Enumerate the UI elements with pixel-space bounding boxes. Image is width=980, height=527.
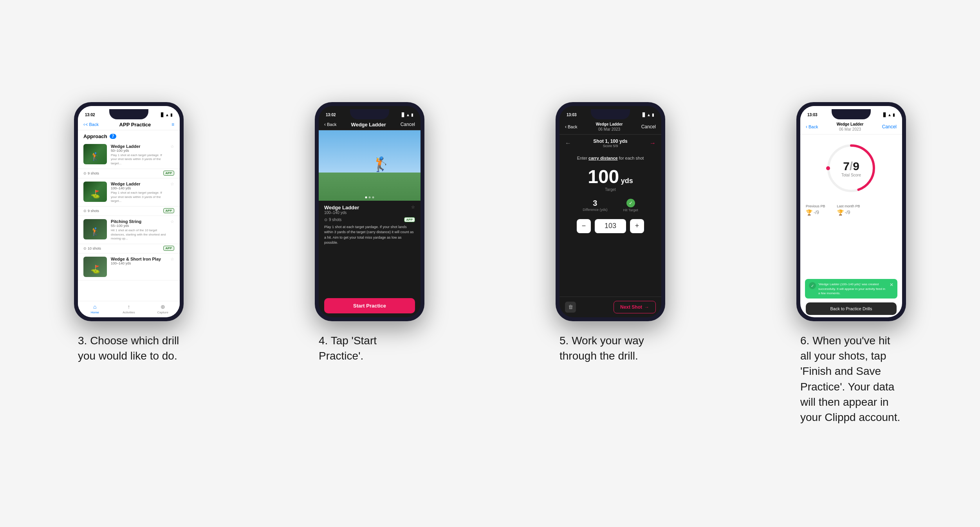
status-icons-1: ▊ ▲ ▮ [161,113,173,117]
caption-3: 5. Work your way through the drill. [559,333,661,363]
next-shot-label: Next Shot [620,304,642,310]
back-label-3: Back [568,124,577,129]
hit-target-label: Hit Target [623,208,638,212]
nav-cancel-3[interactable]: Cancel [641,124,656,130]
phone-frame-1: 13:02 ▊ ▲ ▮ ‹ < Back APP Practice ≡ [74,102,184,321]
tab-capture[interactable]: ⊕ Capture [146,304,180,314]
drill-desc-2: Play 1 shot at each target yardage. If y… [111,191,166,203]
trash-icon[interactable]: 🗑 [565,302,576,313]
nav-menu-1[interactable]: ≡ [171,122,174,127]
next-arrow[interactable]: → [650,140,656,147]
nav-title-line1-4: Wedge Ladder [837,122,864,127]
trophy-icon-1: 🏆 [806,209,812,216]
increment-button[interactable]: + [630,219,644,233]
back-chevron-4: ‹ [806,124,807,130]
pb-previous-label: Previous PB [806,204,825,208]
tab-home-label: Home [91,311,99,314]
pb-previous-value: 🏆 -/9 [806,209,825,216]
phone-notch-1 [109,109,148,119]
back-to-practice-drills-button[interactable]: Back to Practice Drills [806,302,897,315]
status-icons-2: ▊ ▲ ▮ [402,113,413,117]
score-total: 9 [853,159,859,172]
drill-yards-1: 50–100 yds [111,149,166,153]
tab-bar-1: ⌂ Home ↑ Activities ⊕ Capture [78,301,180,317]
drill-yards-4: 100–140 yds [111,261,166,265]
back-chevron-2: ‹ [324,122,326,127]
wifi-icon-3: ▲ [647,113,651,117]
page-container: 13:02 ▊ ▲ ▮ ‹ < Back APP Practice ≡ [20,102,960,425]
next-shot-button[interactable]: Next Shot → [614,301,656,313]
dot-3 [372,196,374,198]
diff-value: 3 [583,199,607,208]
section-2: 13:02 ▊ ▲ ▮ ‹ Back Wedge Ladder Cancel [261,102,478,363]
app-badge-1: APP [163,171,174,176]
nav-subtitle-3: 06 Mar 2023 [596,127,623,132]
status-icons-4: ▊ ▲ ▮ [883,113,895,117]
time-1: 13:02 [85,113,95,117]
section-header-1: Approach 7 [78,130,180,141]
drill-desc-1: Play 1 shot at each target yardage. If y… [111,153,166,165]
drill-info-3: Pitching String 55–100 yds Hit 1 shot at… [111,219,166,241]
nav-back-3[interactable]: ‹ Back [565,124,577,130]
golfer-4: ⛳ [90,264,100,274]
clock-icon-3: ⊙ [83,246,87,250]
wifi-icon-2: ▲ [406,113,410,117]
result-row: 3 Difference (yds) ✓ Hit Target [559,196,661,215]
wifi-icon-1: ▲ [165,113,169,117]
golfer-2: ⛳ [90,189,100,199]
nav-back-1[interactable]: ‹ < Back [83,122,99,127]
nav-back-2[interactable]: ‹ Back [324,122,336,127]
toast-text: 'Wedge Ladder (100–140 yds)' was created… [818,282,887,295]
drill-item-2[interactable]: ⛳ Wedge Ladder 100–140 yds Play 1 shot a… [78,178,180,207]
decrement-button[interactable]: − [577,219,591,233]
drill-footer-1: ⊙ 9 shots APP [78,169,180,178]
star-1[interactable]: ☆ [170,144,174,149]
app-badge-2: APP [163,208,174,213]
pb-last-month-number: -/9 [845,210,850,215]
wifi-icon-4: ▲ [888,113,892,117]
shot-title: Shot 1, 100 yds [593,138,627,144]
target-unit: yds [621,177,633,185]
success-toast: ✓ 'Wedge Ladder (100–140 yds)' was creat… [805,279,897,299]
star-3[interactable]: ☆ [170,219,174,224]
status-icons-3: ▊ ▲ ▮ [643,113,654,117]
nav-cancel-4[interactable]: Cancel [882,124,897,130]
golfer-silhouette: 🏌️ [372,156,390,173]
clock-icon-2: ⊙ [83,209,87,213]
hit-target-circle: ✓ [626,199,635,207]
pb-previous-number: -/9 [814,210,819,215]
star-5[interactable]: ☆ [411,205,415,210]
tab-activities-label: Activities [123,311,135,314]
drill-item-3[interactable]: 🏌️ Pitching String 55–100 yds Hit 1 shot… [78,216,180,244]
start-practice-button[interactable]: Start Practice [324,298,415,313]
shots-label-2: 9 shots [88,209,99,213]
nav-back-4[interactable]: ‹ Back [806,124,818,130]
input-value[interactable]: 103 [595,219,626,233]
clock-icon-5: ⊙ [324,218,327,222]
phone-frame-3: 13:03 ▊ ▲ ▮ ‹ Back Wedge Ladder 06 [556,102,665,321]
prev-arrow[interactable]: ← [565,140,571,147]
detail-shots-row: ⊙ 9 shots APP [324,217,415,222]
drill-detail-card: Wedge Ladder 100–140 yds ☆ ⊙ 9 shots APP… [319,201,421,295]
shots-label-1: 9 shots [88,171,99,175]
battery-icon-3: ▮ [652,113,654,117]
back-chevron-3: ‹ [565,124,567,130]
app-badge-3: APP [163,246,174,251]
toast-close-button[interactable]: ✕ [890,282,893,288]
pb-previous: Previous PB 🏆 -/9 [806,204,825,216]
drill-item-4[interactable]: ⛳ Wedge & Short Iron Play 100–140 yds ☆ [78,254,180,281]
image-dots [365,196,374,198]
caption-2: 4. Tap 'Start Practice'. [319,333,421,363]
score-sub: Total Score [841,173,861,177]
result-diff: 3 Difference (yds) [583,199,607,212]
pb-last-month: Last month PB 🏆 -/9 [837,204,860,216]
back-chevron-1: ‹ [83,122,85,127]
drill-item-1[interactable]: 🏌️ Wedge Ladder 50–100 yds Play 1 shot a… [78,141,180,169]
score-circle-container: 7/9 Total Score [800,135,902,202]
star-2[interactable]: ☆ [170,182,174,187]
nav-cancel-2[interactable]: Cancel [401,122,415,127]
phone-screen-4: 13:03 ▊ ▲ ▮ ‹ Back Wedge Ladder 06 [800,106,902,317]
tab-activities[interactable]: ↑ Activities [112,304,146,314]
tab-home[interactable]: ⌂ Home [78,304,112,314]
star-4[interactable]: ☆ [170,257,174,262]
